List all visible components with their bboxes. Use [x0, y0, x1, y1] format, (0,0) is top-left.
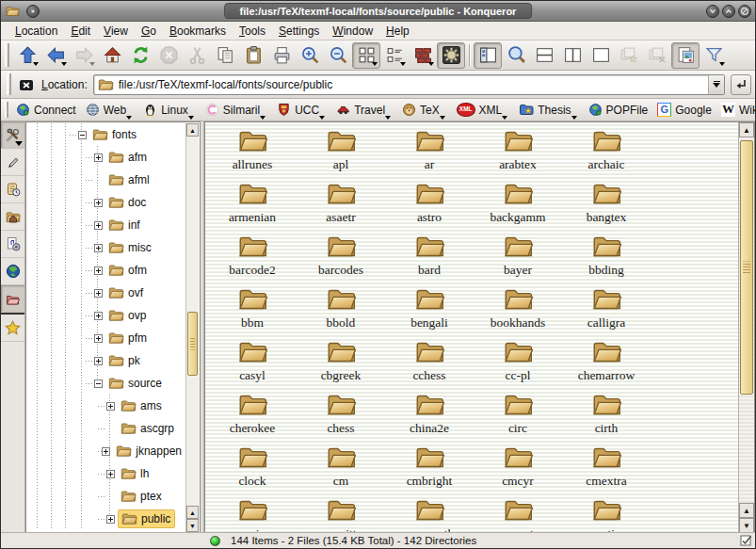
new-tab-button[interactable] [615, 42, 643, 69]
expand-icon[interactable] [94, 289, 103, 298]
tree-item[interactable]: inf [27, 214, 185, 236]
expand-icon[interactable] [106, 515, 115, 524]
toolbar-grip[interactable] [7, 73, 11, 95]
folder-item[interactable]: chess [297, 388, 385, 441]
folder-item[interactable]: cmpica [208, 493, 297, 533]
filter-button[interactable] [700, 42, 728, 69]
folder-item[interactable]: croatian [562, 493, 651, 533]
tree-item[interactable]: lh [27, 462, 185, 485]
folder-item[interactable]: chemarrow [562, 335, 651, 388]
folder-item[interactable]: archaic [562, 124, 651, 177]
forward-button[interactable] [70, 42, 98, 69]
bookmark-thesis[interactable]: Thesis [515, 100, 584, 120]
cut-button[interactable] [183, 42, 211, 69]
tree-item[interactable]: misc [27, 236, 185, 259]
scroll-up-button[interactable]: ▲ [739, 503, 754, 518]
folder-item[interactable]: apl [297, 124, 385, 177]
folder-item[interactable]: astro [385, 177, 474, 230]
folder-item[interactable]: arabtex [474, 124, 562, 177]
expand-icon[interactable] [94, 199, 103, 207]
folder-item[interactable]: concmath [385, 493, 474, 533]
bookmark-connect[interactable]: Connect [12, 100, 82, 120]
tree-item[interactable]: ofm [27, 259, 185, 282]
folder-item[interactable]: committee [297, 493, 385, 533]
menu-tools[interactable]: Tools [233, 23, 272, 40]
print-button[interactable] [267, 42, 296, 69]
expand-icon[interactable] [94, 153, 103, 162]
folder-item[interactable]: backgamm [474, 177, 562, 230]
scroll-up-button[interactable]: ▲ [186, 123, 199, 137]
home-button[interactable] [98, 42, 126, 69]
bookmark-silmaril[interactable]: Silmaril [201, 100, 273, 120]
minimize-button[interactable] [706, 5, 719, 18]
tree-item-selected[interactable]: public [27, 508, 185, 530]
go-button[interactable] [731, 74, 751, 95]
tree-view-button[interactable] [380, 42, 409, 69]
menu-location[interactable]: Location [8, 23, 64, 40]
expand-icon[interactable] [94, 357, 103, 365]
expand-icon[interactable] [94, 312, 103, 320]
split-left-right-button[interactable] [558, 42, 587, 69]
location-input[interactable] [117, 78, 708, 91]
scroll-down-button[interactable]: ▼ [739, 518, 754, 533]
folder-item[interactable]: cherokee [208, 388, 297, 441]
paste-button[interactable] [239, 42, 267, 69]
tree-item[interactable]: jknappen [27, 440, 185, 462]
tree-item[interactable]: doc [27, 191, 185, 214]
sidebar-tab-bookmarks[interactable] [1, 315, 24, 342]
sidebar-tab-pen[interactable] [1, 149, 24, 176]
folder-item[interactable]: cbgreek [297, 335, 385, 388]
sidebar-tab-services[interactable] [1, 231, 24, 258]
folder-item[interactable]: cmcyr [474, 441, 562, 493]
main-scrollbar[interactable]: ▲ ▲ ▼ [738, 122, 754, 533]
folder-item[interactable]: asaetr [297, 177, 385, 230]
sidebar-tab-root-folder[interactable] [1, 285, 24, 313]
folder-item[interactable]: armenian [208, 177, 297, 230]
expand-icon[interactable] [106, 470, 115, 478]
toolbar-grip[interactable] [5, 43, 9, 66]
menu-go[interactable]: Go [135, 23, 163, 40]
bookmark-google[interactable]: G Google [653, 100, 717, 120]
find-file-button[interactable] [502, 42, 530, 69]
run-command-button[interactable] [437, 42, 465, 69]
maximize-button[interactable] [722, 5, 735, 18]
folder-item[interactable]: cmbright [385, 441, 474, 493]
sidebar-configure-button[interactable] [1, 121, 24, 149]
bookmark-web[interactable]: Web [82, 100, 139, 120]
folder-item[interactable]: bookhands [474, 283, 562, 335]
menu-window[interactable]: Window [326, 23, 379, 40]
folder-item[interactable]: concrete [474, 493, 562, 533]
tree-item[interactable]: ovp [27, 304, 185, 327]
sidebar-tab-home[interactable] [1, 203, 24, 231]
sidebar-toggle-button[interactable] [474, 42, 502, 69]
remove-view-button[interactable] [587, 42, 615, 69]
tree-item[interactable]: pk [27, 349, 185, 372]
expand-icon[interactable] [106, 402, 115, 411]
sidebar-tab-network[interactable] [1, 258, 24, 285]
collapse-icon[interactable] [78, 131, 87, 139]
bookmark-travel[interactable]: Travel [332, 100, 398, 120]
tree-item[interactable]: source [27, 372, 185, 395]
up-button[interactable] [13, 42, 41, 69]
tree-item[interactable]: fonts [27, 123, 185, 146]
reload-button[interactable] [126, 42, 154, 69]
stop-button[interactable] [154, 42, 183, 69]
menu-view[interactable]: View [97, 23, 135, 40]
bookmark-ucc[interactable]: UCC [273, 100, 332, 120]
bookmark-wikipedia[interactable]: W Wikipedia [717, 100, 756, 120]
split-top-bottom-button[interactable] [530, 42, 558, 69]
expand-icon[interactable] [94, 334, 103, 343]
folder-item[interactable]: cirth [562, 388, 651, 441]
tree-item[interactable]: ascgrp [27, 417, 185, 440]
folder-item[interactable]: bangtex [562, 177, 651, 230]
scrollbar-thumb[interactable] [187, 312, 198, 376]
bookmark-popfile[interactable]: POPFile [585, 100, 654, 120]
menu-bookmarks[interactable]: Bookmarks [163, 23, 233, 40]
menu-settings[interactable]: Settings [272, 23, 326, 40]
folder-item[interactable]: calligra [562, 283, 651, 335]
scroll-up-button[interactable]: ▲ [186, 506, 199, 519]
scrollbar-thumb[interactable] [740, 140, 753, 395]
close-button[interactable] [738, 5, 751, 18]
folder-item[interactable]: bbm [208, 283, 297, 335]
view-checkbox-icon[interactable] [740, 535, 752, 547]
